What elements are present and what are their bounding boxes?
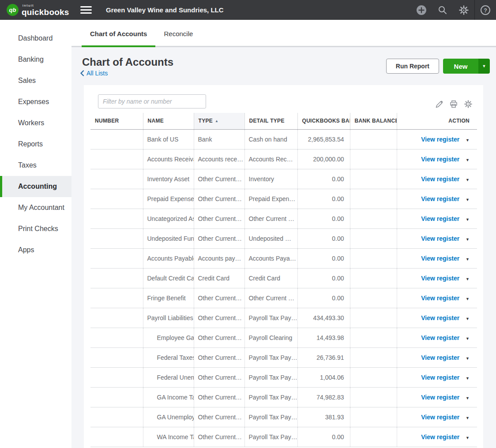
view-register-link[interactable]: View register — [421, 275, 459, 282]
cell-detail-type: Payroll Tax Pay… — [244, 367, 297, 387]
row-action-caret-icon[interactable]: ▼ — [466, 436, 470, 440]
cell-detail-type: Cash on hand — [244, 129, 297, 149]
cell-detail-type: Accounts Paya… — [244, 248, 297, 268]
column-header-detail-type[interactable]: DETAIL TYPE — [244, 113, 297, 129]
row-action-caret-icon[interactable]: ▼ — [466, 217, 470, 222]
new-dropdown-caret[interactable]: ▼ — [478, 59, 490, 74]
row-action-caret-icon[interactable]: ▼ — [466, 416, 470, 420]
cell-action: View register ▼ — [397, 308, 477, 328]
row-action-caret-icon[interactable]: ▼ — [466, 158, 470, 162]
cell-detail-type: Payroll Tax Pay… — [244, 407, 297, 427]
sidebar-item[interactable]: Expenses — [0, 91, 71, 112]
cell-detail-type: Payroll Clearing — [244, 328, 297, 347]
table-row: GA Income Tax Other Current… Payroll Tax… — [90, 387, 477, 407]
cell-quickbooks-balance: 0.00 — [297, 169, 350, 189]
view-register-link[interactable]: View register — [421, 235, 459, 242]
sidebar-item[interactable]: Sales — [0, 70, 71, 91]
tab-reconcile[interactable]: Reconcile — [155, 20, 201, 47]
view-register-link[interactable]: View register — [421, 295, 459, 302]
cell-detail-type: Other Current … — [244, 209, 297, 228]
chevron-left-icon — [80, 70, 84, 76]
sidebar-item-label: Banking — [18, 56, 44, 63]
sidebar-item[interactable]: Banking — [0, 49, 71, 70]
cell-account-name: Inventory Asset — [143, 169, 194, 189]
column-header-quickbooks-balance[interactable]: QUICKBOOKS BAL — [297, 113, 350, 129]
cell-detail-type: Inventory — [244, 169, 297, 189]
cell-type: Other Current… — [194, 308, 244, 328]
table-row: GA Unemploym Other Current… Payroll Tax … — [90, 407, 477, 427]
row-action-caret-icon[interactable]: ▼ — [466, 297, 470, 301]
cell-type: Other Current… — [194, 209, 244, 228]
table-row: Accounts Receivab Accounts rece… Account… — [90, 149, 477, 169]
edit-pencil-icon[interactable] — [435, 100, 443, 108]
column-header-action[interactable]: ACTION — [397, 113, 477, 129]
column-header-type[interactable]: TYPE▲ — [194, 113, 244, 129]
view-register-link[interactable]: View register — [421, 195, 459, 202]
cell-account-name: Bank of US — [143, 129, 194, 149]
main-content: Chart of Accounts Reconcile Chart of Acc… — [71, 20, 496, 448]
row-action-caret-icon[interactable]: ▼ — [466, 178, 470, 182]
view-register-link[interactable]: View register — [421, 136, 459, 143]
sidebar-item[interactable]: Taxes — [0, 155, 71, 176]
sidebar-item[interactable]: Reports — [0, 134, 71, 155]
cell-account-name: Payroll Liabilities — [143, 308, 194, 328]
view-register-link[interactable]: View register — [421, 156, 459, 163]
view-register-link[interactable]: View register — [421, 255, 459, 262]
cell-bank-balance — [350, 268, 397, 288]
sidebar-item[interactable]: Workers — [0, 112, 71, 134]
row-action-caret-icon[interactable]: ▼ — [466, 336, 470, 341]
view-register-link[interactable]: View register — [421, 175, 459, 183]
row-action-caret-icon[interactable]: ▼ — [466, 198, 470, 202]
help-icon[interactable]: ? — [475, 0, 496, 20]
sidebar-item[interactable]: Dashboard — [0, 28, 71, 49]
column-header-number[interactable]: NUMBER — [90, 113, 143, 129]
cell-quickbooks-balance: 381.93 — [297, 407, 350, 427]
print-icon[interactable] — [449, 100, 458, 108]
view-register-link[interactable]: View register — [421, 334, 459, 341]
cell-action: View register ▼ — [397, 427, 477, 447]
search-icon[interactable] — [432, 0, 453, 20]
view-register-link[interactable]: View register — [421, 354, 459, 361]
hamburger-menu-icon[interactable] — [79, 2, 94, 18]
column-header-name[interactable]: NAME — [143, 113, 194, 129]
sidebar-item[interactable]: Apps — [0, 239, 71, 261]
sidebar-item[interactable]: My Accountant — [0, 197, 71, 218]
run-report-button[interactable]: Run Report — [386, 59, 439, 74]
new-button[interactable]: New — [443, 59, 478, 74]
filter-input[interactable] — [98, 94, 206, 108]
row-action-caret-icon[interactable]: ▼ — [466, 237, 470, 242]
row-action-caret-icon[interactable]: ▼ — [466, 356, 470, 361]
create-plus-icon[interactable] — [411, 0, 432, 20]
column-header-bank-balance[interactable]: BANK BALANCE — [350, 113, 397, 129]
tab-chart-of-accounts[interactable]: Chart of Accounts — [82, 20, 155, 47]
gear-icon[interactable] — [453, 0, 474, 20]
all-lists-link[interactable]: All Lists — [80, 70, 173, 77]
row-action-caret-icon[interactable]: ▼ — [466, 277, 470, 281]
view-register-link[interactable]: View register — [421, 215, 459, 222]
row-action-caret-icon[interactable]: ▼ — [466, 376, 470, 381]
view-register-link[interactable]: View register — [421, 433, 459, 441]
view-register-link[interactable]: View register — [421, 314, 459, 321]
cell-account-name: Fringe Benefit — [143, 288, 194, 308]
cell-number — [90, 427, 143, 447]
row-action-caret-icon[interactable]: ▼ — [466, 396, 470, 400]
cell-action: View register ▼ — [397, 189, 477, 209]
cell-number — [90, 387, 143, 407]
sidebar: Dashboard Banking Sales Expenses Workers… — [0, 20, 71, 448]
row-action-caret-icon[interactable]: ▼ — [466, 257, 470, 261]
quickbooks-wordmark: intuit quickbooks — [22, 4, 69, 16]
sidebar-item-label: Expenses — [18, 98, 49, 106]
view-register-link[interactable]: View register — [421, 374, 459, 381]
sidebar-item[interactable]: Accounting — [0, 176, 71, 197]
row-action-caret-icon[interactable]: ▼ — [466, 138, 470, 142]
table-settings-gear-icon[interactable] — [464, 100, 473, 108]
sidebar-item[interactable]: Print Checks — [0, 218, 71, 239]
sidebar-item-label: Taxes — [18, 161, 37, 169]
quickbooks-logo[interactable]: qb intuit quickbooks — [0, 4, 71, 16]
row-action-caret-icon[interactable]: ▼ — [466, 317, 470, 321]
page-title: Chart of Accounts — [82, 56, 173, 68]
cell-quickbooks-balance: 0.00 — [297, 427, 350, 447]
cell-bank-balance — [350, 189, 397, 209]
view-register-link[interactable]: View register — [421, 394, 459, 401]
view-register-link[interactable]: View register — [421, 414, 459, 421]
